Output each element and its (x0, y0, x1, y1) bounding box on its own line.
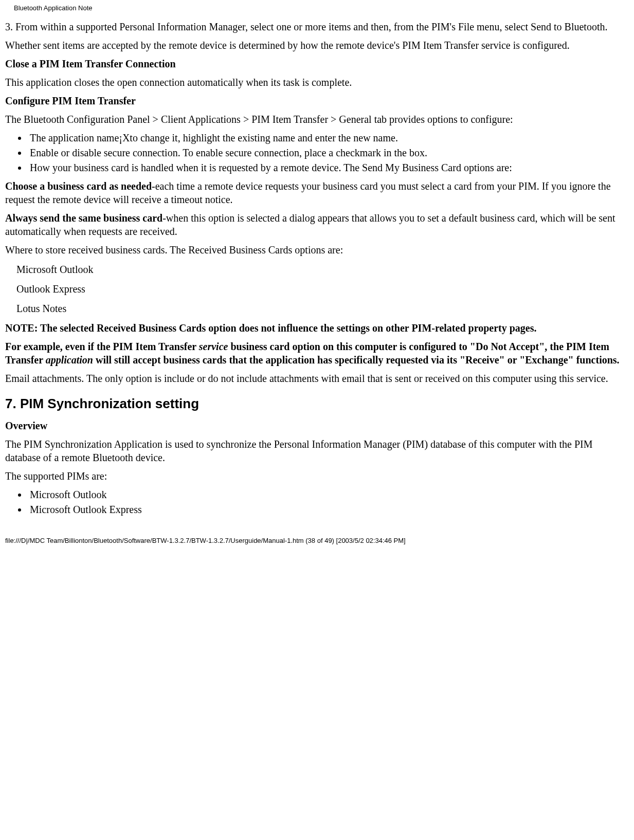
always-card-label: Always send the same business card (5, 212, 162, 224)
paragraph-configure-desc: The Bluetooth Configuration Panel > Clie… (5, 113, 629, 126)
paragraph-supported-pims: The supported PIMs are: (5, 469, 629, 483)
list-item: Microsoft Outlook Express (28, 503, 629, 516)
supported-pims-list: Microsoft Outlook Microsoft Outlook Expr… (5, 488, 629, 516)
paragraph-accept-note: Whether sent items are accepted by the r… (5, 39, 629, 52)
heading-pim-sync: 7. PIM Synchronization setting (5, 395, 629, 413)
paragraph-close-desc: This application closes the open connect… (5, 76, 629, 89)
received-cards-options: Microsoft Outlook Outlook Express Lotus … (16, 263, 629, 315)
note-text-c: will still accept business cards that th… (93, 354, 620, 366)
configure-options-list: The application name¡Xto change it, high… (5, 131, 629, 174)
paragraph-email-attachments: Email attachments. The only option is in… (5, 372, 629, 385)
paragraph-always-card: Always send the same business card-when … (5, 211, 629, 238)
choose-card-label: Choose a business card as needed (5, 180, 152, 192)
list-item: How your business card is handled when i… (28, 161, 629, 174)
paragraph-choose-card: Choose a business card as needed-each ti… (5, 179, 629, 206)
list-item: The application name¡Xto change it, high… (28, 131, 629, 144)
heading-overview: Overview (5, 419, 629, 432)
paragraph-overview-desc: The PIM Synchronization Application is u… (5, 437, 629, 464)
note-text-a: For example, even if the PIM Item Transf… (5, 341, 199, 352)
note-received-cards: NOTE: The selected Received Business Car… (5, 321, 629, 335)
page-footer: file:///D|/MDC Team/Billionton/Bluetooth… (5, 537, 629, 545)
heading-configure: Configure PIM Item Transfer (5, 94, 629, 107)
list-item: Microsoft Outlook (28, 488, 629, 501)
paragraph-step3: 3. From within a supported Personal Info… (5, 20, 629, 33)
note-example: For example, even if the PIM Item Transf… (5, 340, 629, 367)
note-italic-service: service (199, 341, 228, 352)
option-outlook-express: Outlook Express (16, 282, 629, 296)
list-item: Enable or disable secure connection. To … (28, 146, 629, 159)
paragraph-where-store: Where to store received business cards. … (5, 243, 629, 257)
option-lotus-notes: Lotus Notes (16, 302, 629, 315)
option-outlook: Microsoft Outlook (16, 263, 629, 276)
page-header: Bluetooth Application Note (14, 4, 629, 13)
note-italic-application: application (46, 354, 93, 366)
heading-close-connection: Close a PIM Item Transfer Connection (5, 57, 629, 70)
